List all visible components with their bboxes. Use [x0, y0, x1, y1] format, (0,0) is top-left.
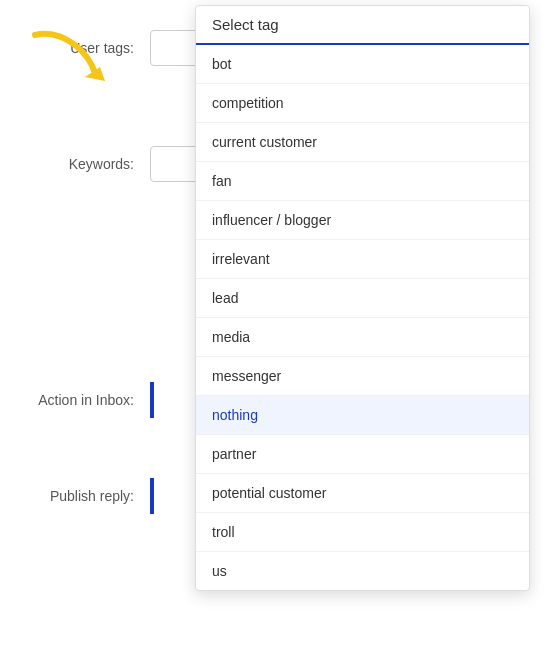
- dropdown-item-irrelevant[interactable]: irrelevant: [196, 240, 529, 279]
- dropdown-item-media[interactable]: media: [196, 318, 529, 357]
- dropdown-item-influencer_blogger[interactable]: influencer / blogger: [196, 201, 529, 240]
- dropdown-item-current_customer[interactable]: current customer: [196, 123, 529, 162]
- dropdown-header: Select tag: [196, 6, 529, 45]
- dropdown-item-potential_customer[interactable]: potential customer: [196, 474, 529, 513]
- select-tag-dropdown: Select tag botcompetitioncurrent custome…: [195, 5, 530, 591]
- dropdown-list: botcompetitioncurrent customerfaninfluen…: [196, 45, 529, 590]
- dropdown-item-lead[interactable]: lead: [196, 279, 529, 318]
- dropdown-item-us[interactable]: us: [196, 552, 529, 590]
- dropdown-item-nothing[interactable]: nothing: [196, 396, 529, 435]
- dropdown-item-partner[interactable]: partner: [196, 435, 529, 474]
- dropdown-item-bot[interactable]: bot: [196, 45, 529, 84]
- dropdown-item-fan[interactable]: fan: [196, 162, 529, 201]
- dropdown-item-messenger[interactable]: messenger: [196, 357, 529, 396]
- arrow-icon: [25, 25, 115, 85]
- arrow-container: [25, 25, 115, 88]
- dropdown-item-competition[interactable]: competition: [196, 84, 529, 123]
- publish-reply-label: Publish reply:: [20, 488, 150, 504]
- keywords-label: Keywords:: [20, 156, 150, 172]
- dropdown-item-troll[interactable]: troll: [196, 513, 529, 552]
- action-inbox-label: Action in Inbox:: [20, 392, 150, 408]
